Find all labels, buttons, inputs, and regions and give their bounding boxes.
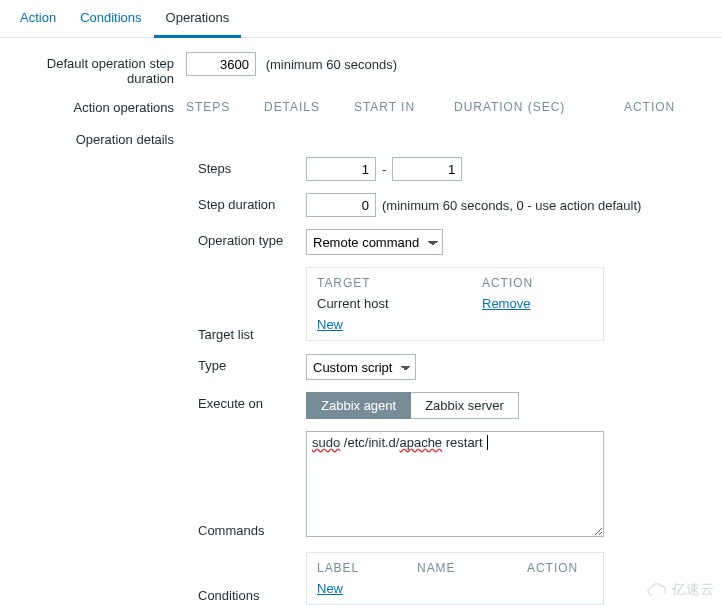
label-type: Type [198,354,306,373]
tab-conditions[interactable]: Conditions [68,0,153,37]
hint-default-duration: (minimum 60 seconds) [266,57,398,72]
execute-on-group: Zabbix agent Zabbix server [306,392,519,419]
operations-table-header: STEPS DETAILS START IN DURATION (SEC) AC… [186,96,714,118]
input-step-duration[interactable] [306,193,376,217]
cloud-icon [646,582,668,598]
commands-textarea[interactable] [306,431,604,537]
label-action-operations: Action operations [8,96,186,115]
col-start-in: START IN [354,100,454,114]
col-details: DETAILS [264,100,354,114]
label-commands: Commands [198,431,306,538]
label-default-duration: Default operation step duration [8,52,186,86]
input-default-duration[interactable] [186,52,256,76]
target-col-target: TARGET [317,276,482,290]
col-duration: DURATION (SEC) [454,100,624,114]
label-target-list: Target list [198,267,306,342]
label-conditions: Conditions [198,552,306,603]
target-list-box: TARGET ACTION Current host Remove New [306,267,604,341]
label-execute-on: Execute on [198,392,306,411]
input-step-to[interactable] [392,157,462,181]
watermark: 亿速云 [646,581,714,599]
form-area: Default operation step duration (minimum… [0,38,722,605]
select-type[interactable]: Custom script [306,354,416,380]
col-action: ACTION [624,100,695,114]
cond-col-label: LABEL [317,561,417,575]
tab-bar: Action Conditions Operations [0,0,722,38]
operation-details-block: Steps - Step duration (minimum 60 second… [198,157,714,605]
target-row-value: Current host [317,296,482,311]
conditions-box: LABEL NAME ACTION New [306,552,604,605]
tab-operations[interactable]: Operations [154,0,242,38]
input-step-from[interactable] [306,157,376,181]
cond-col-action: ACTION [527,561,578,575]
cond-col-name: NAME [417,561,527,575]
execute-on-server[interactable]: Zabbix server [411,392,519,419]
select-operation-type[interactable]: Remote command [306,229,443,255]
tab-action[interactable]: Action [8,0,68,37]
label-operation-details: Operation details [8,128,186,147]
execute-on-agent[interactable]: Zabbix agent [306,392,411,419]
target-new-link[interactable]: New [317,317,343,332]
col-steps: STEPS [186,100,264,114]
target-remove-link[interactable]: Remove [482,296,530,311]
label-operation-type: Operation type [198,229,306,248]
cond-new-link[interactable]: New [317,581,343,596]
hint-step-duration: (minimum 60 seconds, 0 - use action defa… [382,198,641,213]
label-steps: Steps [198,157,306,176]
steps-dash: - [382,162,386,177]
target-col-action: ACTION [482,276,533,290]
label-step-duration: Step duration [198,193,306,212]
